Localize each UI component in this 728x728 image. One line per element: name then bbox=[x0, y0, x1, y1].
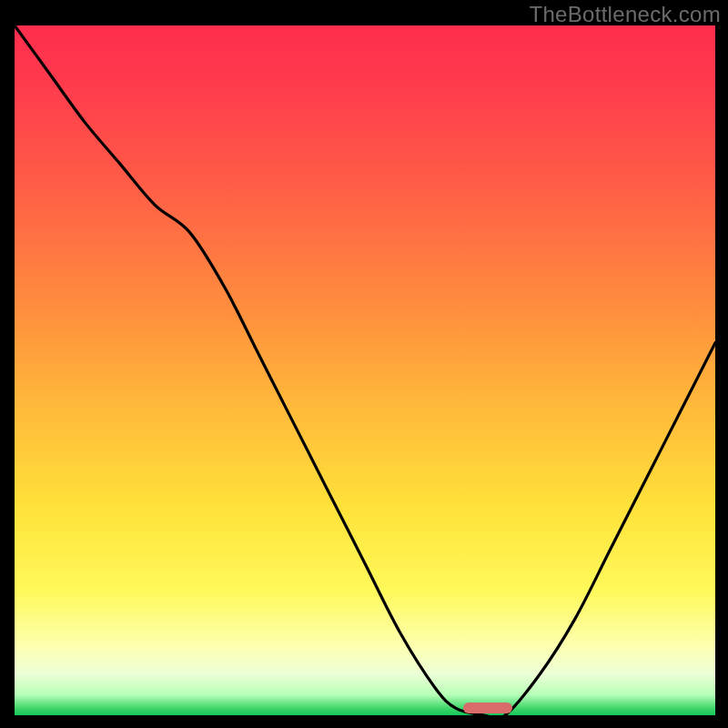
optimal-range-marker bbox=[463, 703, 512, 713]
curve-svg bbox=[15, 25, 715, 715]
watermark-text: TheBottleneck.com bbox=[529, 2, 721, 27]
plot-area bbox=[15, 25, 715, 715]
bottleneck-curve-line bbox=[15, 25, 715, 715]
bottleneck-chart: TheBottleneck.com bbox=[0, 0, 728, 728]
